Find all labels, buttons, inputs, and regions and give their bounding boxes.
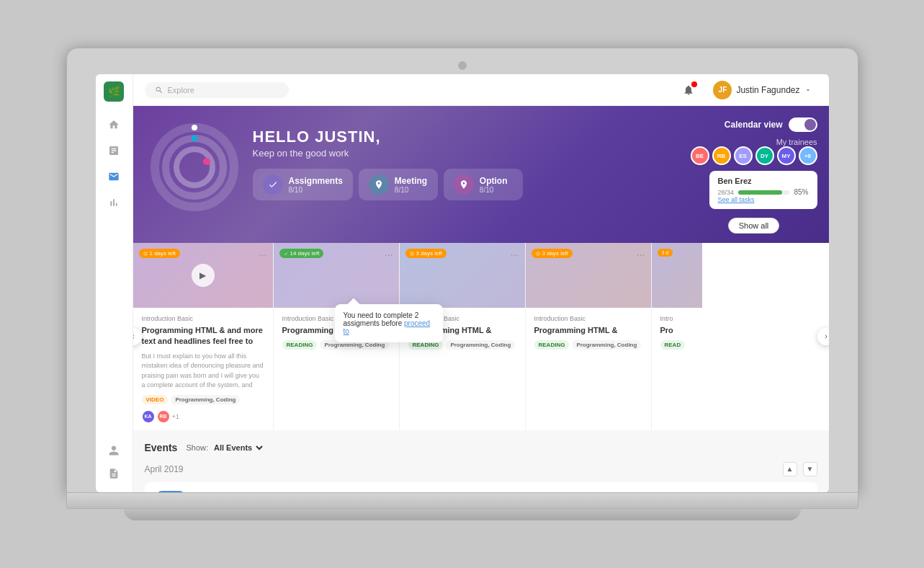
trainee-detail-card: Ben Erez 28/34 85% See all tasks bbox=[709, 171, 817, 209]
progress-bar bbox=[738, 190, 789, 195]
meeting-value: 8/10 bbox=[395, 186, 427, 194]
toggle-knob bbox=[804, 119, 816, 130]
sidebar-item-profile[interactable] bbox=[102, 439, 125, 462]
see-all-tasks-link[interactable]: See all tasks bbox=[718, 196, 809, 203]
assignments-stat: Assignments 8/10 bbox=[289, 176, 343, 194]
trainee-progress-row: 28/34 85% bbox=[718, 188, 809, 196]
card-1-description: But I must explain to you how all this m… bbox=[142, 352, 264, 391]
screen: 🌿 bbox=[96, 74, 829, 492]
hero-banner: HELLO JUSTIN, Keep on the good work Assi… bbox=[133, 106, 829, 243]
show-label: Show: bbox=[186, 443, 208, 452]
card-5-image: 3 d bbox=[652, 243, 702, 308]
card-4-type-tag: READING bbox=[534, 340, 570, 350]
play-button[interactable]: ▶ bbox=[192, 264, 215, 287]
card-1-users: KA RB +1 bbox=[142, 410, 264, 423]
main-content: Explore JF Justin Fagundez bbox=[133, 74, 829, 492]
card-4-badge: 3 days left bbox=[531, 249, 573, 258]
card-2-badge: 14 days left bbox=[279, 249, 324, 258]
events-filter-select[interactable]: All Events My Events bbox=[211, 443, 265, 453]
card-4-subjects: Programming, Coding bbox=[572, 340, 641, 350]
trainee-avatar-1[interactable]: BE bbox=[691, 146, 709, 165]
sidebar-item-messages[interactable] bbox=[102, 165, 125, 188]
date-next-button[interactable]: ▼ bbox=[803, 462, 817, 476]
calendar-toggle-row: Calendar view bbox=[725, 117, 817, 132]
card-4: 3 days left Introduction Basic ··· Progr… bbox=[526, 243, 652, 430]
option-label: Option bbox=[480, 176, 508, 186]
hero-circles-graphic bbox=[148, 120, 241, 214]
card-1-type-tag: VIDEO bbox=[142, 395, 169, 404]
sidebar-nav bbox=[102, 113, 125, 485]
trainee-progress-numbers: 28/34 bbox=[718, 189, 735, 196]
sidebar-item-chart[interactable] bbox=[102, 191, 125, 214]
assignments-label: Assignments bbox=[289, 176, 343, 186]
calendar-toggle[interactable] bbox=[789, 117, 817, 132]
notification-badge bbox=[691, 81, 697, 87]
card-2: 14 days left Introduction Basic ··· Prog… bbox=[274, 243, 400, 430]
avatar: JF bbox=[713, 81, 732, 99]
stat-card-meeting[interactable]: Meeting 8/10 bbox=[359, 169, 438, 200]
screen-bezel: 🌿 bbox=[66, 48, 858, 493]
show-filter: Show: All Events My Events bbox=[186, 443, 265, 453]
card-3-more-button[interactable]: ··· bbox=[511, 249, 519, 260]
sidebar-item-documents[interactable] bbox=[102, 462, 125, 485]
user-menu-button[interactable]: JF Justin Fagundez bbox=[707, 79, 817, 102]
sidebar-bottom bbox=[102, 439, 125, 485]
card-5-type-tag: READ bbox=[660, 340, 686, 350]
sidebar-item-analytics[interactable] bbox=[102, 139, 125, 162]
card-4-tags: READING Programming, Coding bbox=[534, 340, 642, 350]
progress-percent: 85% bbox=[794, 188, 808, 196]
svg-point-3 bbox=[192, 125, 197, 130]
card-5-title: Pro bbox=[660, 325, 694, 336]
daily-events-card: 23 Daily events bbox=[145, 482, 817, 492]
events-section: Events Show: All Events My Events April … bbox=[133, 430, 829, 492]
card-2-more-button[interactable]: ··· bbox=[385, 249, 393, 260]
content-area: 1 days left ▶ Introduction Basic ··· Pro… bbox=[133, 243, 829, 492]
sidebar-item-home[interactable] bbox=[102, 113, 125, 136]
logo[interactable]: 🌿 bbox=[104, 81, 124, 102]
card-4-body: Introduction Basic ··· Programming HTML … bbox=[526, 308, 651, 357]
card-user-count: +1 bbox=[172, 413, 179, 420]
card-2-image: 14 days left bbox=[274, 243, 399, 308]
cards-section-wrapper: 1 days left ▶ Introduction Basic ··· Pro… bbox=[133, 243, 829, 430]
card-4-title: Programming HTML & bbox=[534, 325, 642, 336]
trainee-avatar-4[interactable]: DY bbox=[755, 146, 774, 165]
card-1-title: Programming HTML & and more text and hea… bbox=[142, 325, 264, 347]
card-1-more-button[interactable]: ··· bbox=[259, 249, 267, 260]
search-box[interactable]: Explore bbox=[145, 82, 289, 98]
card-4-category: Introduction Basic bbox=[534, 315, 642, 322]
card-1: 1 days left ▶ Introduction Basic ··· Pro… bbox=[133, 243, 274, 430]
card-5-category: Intro bbox=[660, 315, 694, 322]
stat-card-assignments[interactable]: Assignments 8/10 bbox=[253, 169, 353, 200]
meeting-icon bbox=[369, 174, 389, 195]
meeting-stat: Meeting 8/10 bbox=[395, 176, 427, 194]
trainee-avatar-3[interactable]: ES bbox=[734, 146, 753, 165]
topbar: Explore JF Justin Fagundez bbox=[133, 74, 829, 106]
progress-fill bbox=[738, 190, 782, 195]
sidebar: 🌿 bbox=[96, 74, 133, 492]
card-4-more-button[interactable]: ··· bbox=[637, 249, 645, 260]
trainee-avatar-2[interactable]: RB bbox=[712, 146, 731, 165]
card-user-av-2: RB bbox=[157, 410, 170, 423]
dropdown-icon bbox=[804, 86, 812, 94]
card-3-image: 3 days left bbox=[400, 243, 525, 308]
card-5-badge: 3 d bbox=[658, 249, 673, 257]
card-1-body: Introduction Basic ··· Programming HTML … bbox=[133, 308, 273, 430]
card-3-badge: 3 days left bbox=[405, 249, 447, 258]
meeting-label: Meeting bbox=[395, 176, 427, 186]
stat-card-option[interactable]: Option 8/10 bbox=[444, 169, 523, 200]
trainee-avatar-5[interactable]: MY bbox=[777, 146, 796, 165]
card-5-partial: 3 d Intro Pro READ bbox=[652, 243, 702, 430]
date-prev-button[interactable]: ▲ bbox=[783, 462, 797, 476]
calendar-section: Calendar view My trainees BE RB ES bbox=[691, 117, 817, 234]
trainee-avatar-more[interactable]: +8 bbox=[799, 146, 817, 165]
svg-point-5 bbox=[203, 158, 210, 165]
card-3-subjects: Programming, Coding bbox=[446, 340, 515, 350]
date-badge: 23 bbox=[156, 491, 185, 492]
show-all-button[interactable]: Show all bbox=[728, 218, 780, 234]
search-icon bbox=[155, 86, 163, 94]
card-1-subjects: Programming, Coding bbox=[171, 395, 240, 404]
card-2-type-tag: READING bbox=[282, 340, 318, 350]
trainee-name: Ben Erez bbox=[718, 177, 809, 185]
notification-button[interactable] bbox=[678, 80, 699, 100]
card-1-badge: 1 days left bbox=[139, 249, 180, 258]
